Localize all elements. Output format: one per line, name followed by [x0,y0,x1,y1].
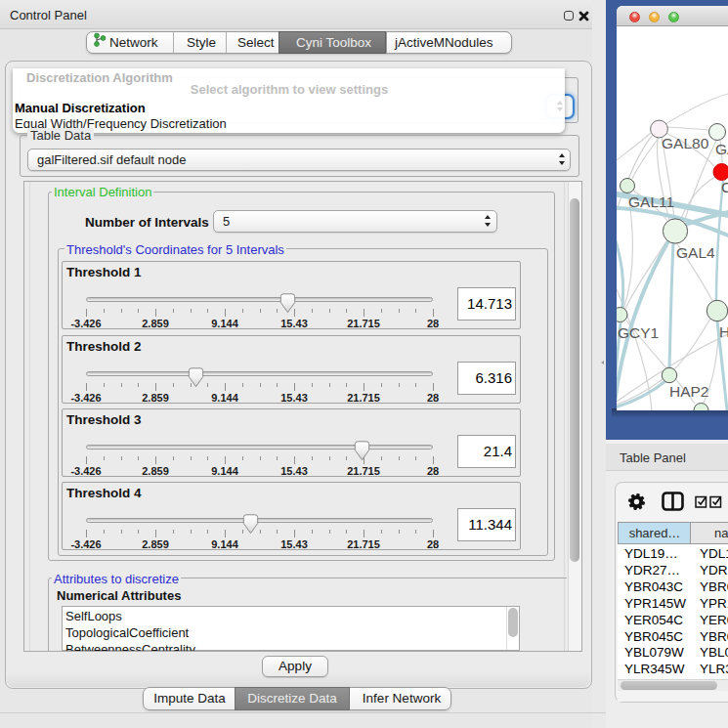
svg-text:H: H [719,323,728,340]
svg-text:GAL11: GAL11 [628,193,674,210]
svg-text:GAL80: GAL80 [662,135,709,151]
svg-text:HAP2: HAP2 [669,383,709,400]
svg-text:C: C [721,179,728,195]
svg-text:GCY1: GCY1 [618,324,659,341]
svg-text:GA: GA [715,141,728,157]
svg-text:GAL4: GAL4 [676,244,715,261]
